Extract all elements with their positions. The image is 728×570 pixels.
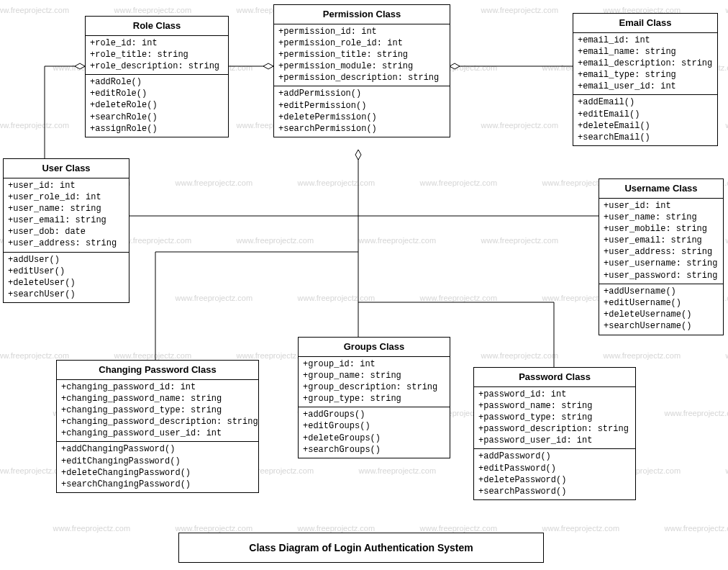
diagram-caption: Class Diagram of Login Authentication Sy… [178, 533, 544, 563]
uml-member: +password_type: string [478, 412, 631, 423]
uml-member: +addRole() [90, 76, 224, 88]
uml-member: +group_name: string [303, 370, 445, 381]
class-attributes: +password_id: int+password_name: string+… [474, 387, 635, 450]
uml-member: +email_user_id: int [578, 81, 713, 92]
uml-member: +role_id: int [90, 37, 224, 49]
uml-member: +searchPassword() [478, 486, 631, 497]
uml-member: +deletePassword() [478, 474, 631, 486]
class-email: Email Class +email_id: int+email_name: s… [573, 13, 718, 146]
uml-member: +user_address: string [604, 246, 719, 258]
class-attributes: +role_id: int+role_title: string+role_de… [86, 36, 228, 76]
uml-member: +permission_role_id: int [278, 37, 445, 49]
uml-member: +permission_description: string [278, 72, 445, 83]
uml-member: +addUsername() [604, 286, 719, 297]
class-attributes: +permission_id: int+permission_role_id: … [274, 24, 450, 87]
class-username: Username Class +user_id: int+user_name: … [599, 178, 724, 335]
uml-member: +group_type: string [303, 393, 445, 404]
uml-member: +password_description: string [478, 423, 631, 435]
uml-member: +addUser() [8, 254, 124, 266]
uml-member: +deleteEmail() [578, 120, 713, 132]
class-title: Username Class [599, 179, 723, 199]
uml-member: +assignRole() [90, 123, 224, 135]
class-user: User Class +user_id: int+user_role_id: i… [3, 158, 129, 303]
uml-member: +user_email: string [604, 235, 719, 246]
class-attributes: +email_id: int+email_name: string+email_… [573, 33, 717, 96]
uml-member: +user_name: string [8, 203, 124, 214]
class-operations: +addEmail()+editEmail()+deleteEmail()+se… [573, 95, 717, 145]
class-title: Role Class [86, 17, 228, 36]
class-title: Email Class [573, 14, 717, 33]
uml-member: +searchUser() [8, 289, 124, 300]
class-attributes: +group_id: int+group_name: string+group_… [299, 357, 450, 408]
class-operations: +addGroups()+editGroups()+deleteGroups()… [299, 407, 450, 458]
uml-member: +deleteUser() [8, 277, 124, 289]
uml-member: +user_password: string [604, 270, 719, 281]
uml-member: +addChangingPassword() [61, 443, 254, 455]
uml-member: +changing_password_user_id: int [61, 428, 254, 439]
class-operations: +addUsername()+editUsername()+deleteUser… [599, 284, 723, 335]
uml-member: +editRole() [90, 88, 224, 99]
uml-member: +editEmail() [578, 109, 713, 120]
class-title: Password Class [474, 368, 635, 387]
uml-member: +user_username: string [604, 258, 719, 269]
uml-member: +searchGroups() [303, 444, 445, 456]
class-operations: +addUser()+editUser()+deleteUser()+searc… [4, 253, 129, 303]
uml-member: +email_type: string [578, 69, 713, 81]
uml-member: +password_id: int [478, 389, 631, 400]
uml-member: +user_id: int [604, 200, 719, 212]
class-password: Password Class +password_id: int+passwor… [473, 367, 636, 500]
uml-member: +editUsername() [604, 297, 719, 309]
uml-member: +deleteChangingPassword() [61, 467, 254, 479]
uml-member: +changing_password_name: string [61, 393, 254, 404]
class-attributes: +user_id: int+user_role_id: int+user_nam… [4, 178, 129, 253]
uml-member: +changing_password_id: int [61, 381, 254, 393]
uml-member: +editChangingPassword() [61, 456, 254, 467]
caption-text: Class Diagram of Login Authentication Sy… [249, 542, 473, 553]
class-title: Permission Class [274, 5, 450, 24]
class-permission: Permission Class +permission_id: int+per… [273, 4, 450, 137]
uml-member: +addPassword() [478, 451, 631, 462]
uml-member: +addEmail() [578, 96, 713, 108]
uml-member: +user_email: string [8, 214, 124, 226]
class-operations: +addPassword()+editPassword()+deletePass… [474, 449, 635, 499]
uml-member: +permission_id: int [278, 26, 445, 37]
class-role: Role Class +role_id: int+role_title: str… [85, 16, 229, 137]
uml-member: +searchUsername() [604, 320, 719, 332]
class-attributes: +changing_password_id: int+changing_pass… [57, 380, 258, 443]
uml-member: +group_id: int [303, 358, 445, 370]
uml-member: +email_id: int [578, 35, 713, 46]
uml-member: +user_dob: date [8, 226, 124, 238]
uml-member: +deletePermission() [278, 112, 445, 123]
class-title: User Class [4, 159, 129, 178]
uml-member: +password_name: string [478, 400, 631, 412]
uml-member: +searchEmail() [578, 132, 713, 143]
class-attributes: +user_id: int+user_name: string+user_mob… [599, 199, 723, 284]
uml-member: +permission_module: string [278, 60, 445, 72]
uml-member: +addPermission() [278, 88, 445, 99]
class-title: Groups Class [299, 338, 450, 357]
class-operations: +addChangingPassword()+editChangingPassw… [57, 442, 258, 492]
uml-member: +user_mobile: string [604, 223, 719, 235]
class-operations: +addPermission()+editPermission()+delete… [274, 86, 450, 137]
uml-member: +role_title: string [90, 49, 224, 60]
class-groups: Groups Class +group_id: int+group_name: … [298, 337, 450, 458]
uml-member: +changing_password_type: string [61, 404, 254, 416]
uml-member: +editGroups() [303, 420, 445, 432]
uml-member: +changing_password_description: string [61, 416, 254, 428]
uml-member: +editUser() [8, 266, 124, 277]
uml-member: +searchRole() [90, 112, 224, 123]
uml-member: +role_description: string [90, 60, 224, 72]
class-operations: +addRole()+editRole()+deleteRole()+searc… [86, 75, 228, 137]
uml-member: +email_name: string [578, 46, 713, 58]
uml-member: +user_address: string [8, 238, 124, 249]
uml-member: +password_user_id: int [478, 435, 631, 446]
uml-member: +email_description: string [578, 58, 713, 69]
uml-member: +user_name: string [604, 212, 719, 223]
uml-member: +user_id: int [8, 180, 124, 191]
uml-member: +deleteUsername() [604, 309, 719, 320]
uml-member: +editPassword() [478, 463, 631, 474]
uml-member: +editPermission() [278, 100, 445, 112]
uml-member: +searchPermission() [278, 123, 445, 135]
uml-member: +deleteGroups() [303, 433, 445, 444]
uml-member: +group_description: string [303, 381, 445, 393]
